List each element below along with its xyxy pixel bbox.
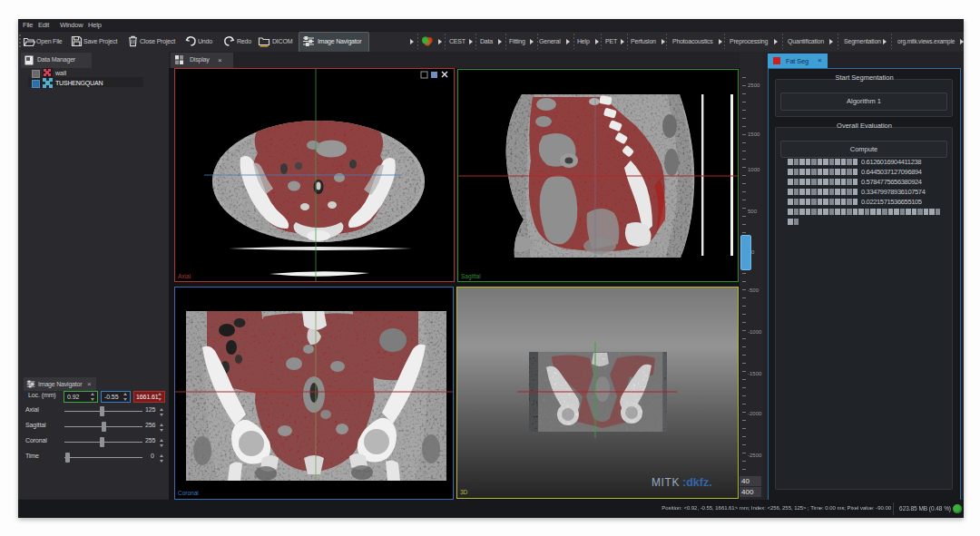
svg-text:Axial: Axial	[178, 273, 191, 279]
svg-text:MITK: MITK	[652, 476, 680, 489]
svg-text:3D: 3D	[460, 489, 468, 495]
svg-text:Sagittal: Sagittal	[461, 273, 481, 280]
svg-text:Coronal: Coronal	[178, 490, 199, 496]
svg-text::dkfz.: :dkfz.	[682, 476, 712, 489]
